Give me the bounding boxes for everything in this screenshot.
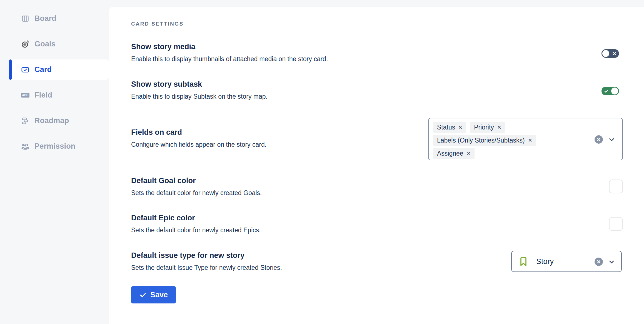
board-icon [21, 14, 29, 23]
active-indicator-bar [9, 59, 12, 80]
chip-remove-icon[interactable] [497, 125, 501, 129]
sidebar-item-card[interactable]: Card [9, 59, 109, 80]
permission-people-icon [21, 142, 29, 151]
goals-target-icon [21, 40, 29, 48]
chip-remove-icon[interactable] [528, 138, 532, 142]
card-settings-panel: CARD SETTINGS Show story media Enable th… [109, 7, 644, 324]
chip-row: Assignee [433, 148, 475, 159]
setting-title-show-story-media: Show story media [131, 43, 195, 51]
show-story-media-toggle[interactable] [601, 49, 619, 58]
sidebar-item-label: Field [34, 91, 52, 99]
chip-label: Priority [474, 124, 494, 131]
chip-assignee[interactable]: Assignee [433, 148, 475, 159]
setting-title-default-issue-type: Default issue type for new story [131, 251, 244, 260]
chip-label: Labels (Only Stories/Subtasks) [437, 137, 525, 144]
default-issue-type-select[interactable]: Story [511, 251, 622, 272]
default-epic-color-swatch[interactable] [609, 217, 623, 231]
clear-circle-icon[interactable] [595, 258, 603, 266]
default-goal-color-swatch[interactable] [609, 180, 623, 193]
setting-title-default-goal-color: Default Goal color [131, 176, 196, 185]
sidebar-item-label: Card [34, 65, 52, 74]
sidebar-item-goals[interactable]: Goals [9, 34, 109, 54]
sidebar-item-label: Permission [34, 142, 76, 151]
chip-label: Status [437, 124, 455, 131]
sidebar-item-label: Board [34, 14, 56, 23]
chip-remove-icon[interactable] [467, 151, 471, 155]
toggle-knob [611, 88, 618, 94]
setting-desc-default-issue-type: Sets the default Issue Type for newly cr… [131, 264, 282, 271]
setting-title-fields-on-card: Fields on card [131, 128, 182, 137]
sidebar-nav: Board Goals [0, 0, 109, 156]
card-check-icon [21, 66, 29, 74]
chip-labels[interactable]: Labels (Only Stories/Subtasks) [433, 135, 536, 146]
toggle-check-icon [604, 89, 608, 93]
section-header: CARD SETTINGS [131, 21, 184, 27]
issue-type-value: Story [536, 257, 554, 266]
toggle-cross-icon [612, 51, 616, 56]
chevron-down-icon[interactable] [608, 258, 615, 265]
sidebar-item-label: Goals [34, 40, 56, 48]
setting-desc-default-goal-color: Sets the default color for newly created… [131, 189, 262, 197]
chevron-down-icon[interactable] [608, 136, 615, 143]
sidebar-item-label: Roadmap [34, 116, 69, 125]
save-check-icon [139, 291, 147, 299]
chip-status[interactable]: Status [433, 122, 466, 133]
setting-desc-fields-on-card: Configure which fields appear on the sto… [131, 141, 266, 148]
setting-title-show-story-subtask: Show story subtask [131, 80, 202, 89]
toggle-knob [602, 50, 609, 57]
field-abc-icon: ABC [21, 91, 29, 99]
setting-desc-show-story-media: Enable this to display thumbnails of att… [131, 55, 328, 63]
settings-sidebar: Board Goals [0, 0, 109, 324]
setting-desc-default-epic-color: Sets the default color for newly created… [131, 226, 261, 234]
story-bookmark-icon [519, 256, 528, 266]
chip-label: Assignee [437, 150, 463, 157]
fields-on-card-multiselect[interactable]: Status Priority Labels (Only Stories/Sub… [428, 118, 623, 160]
sidebar-item-roadmap[interactable]: Roadmap [9, 111, 109, 131]
roadmap-icon [21, 117, 29, 125]
sidebar-item-field[interactable]: ABC Field [9, 85, 109, 105]
sidebar-item-permission[interactable]: Permission [9, 136, 109, 156]
chip-row: Labels (Only Stories/Subtasks) [433, 135, 536, 146]
chip-remove-icon[interactable] [458, 125, 462, 129]
setting-title-default-epic-color: Default Epic color [131, 214, 195, 222]
chip-row: Status Priority [433, 122, 505, 133]
save-button-label: Save [150, 291, 168, 299]
sidebar-item-board[interactable]: Board [9, 8, 109, 29]
show-story-subtask-toggle[interactable] [601, 87, 619, 95]
setting-desc-show-story-subtask: Enable this to display Subtask on the st… [131, 93, 268, 100]
clear-circle-icon[interactable] [595, 135, 603, 144]
chip-priority[interactable]: Priority [470, 122, 505, 133]
save-button[interactable]: Save [131, 286, 176, 303]
